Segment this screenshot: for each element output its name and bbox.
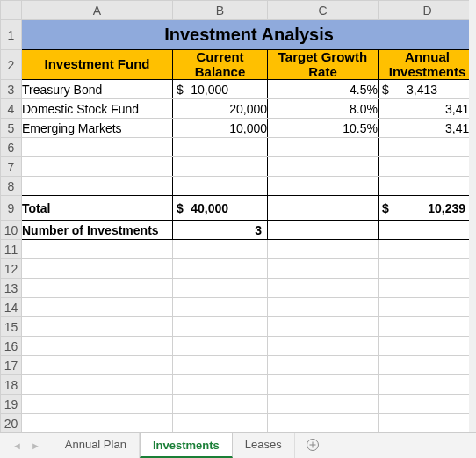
cell-empty[interactable]	[22, 375, 173, 395]
cell-total-label[interactable]: Total	[22, 196, 173, 221]
col-header-a[interactable]: A	[22, 1, 173, 20]
tab-investments[interactable]: Investments	[140, 433, 233, 458]
cell-empty[interactable]	[173, 298, 268, 317]
cell-empty[interactable]	[22, 298, 173, 317]
row-header-14[interactable]: 14	[1, 298, 22, 317]
cell-empty[interactable]	[379, 317, 477, 337]
cell-empty[interactable]	[268, 157, 379, 177]
row-header-19[interactable]: 19	[1, 395, 22, 414]
col-header-b[interactable]: B	[173, 1, 268, 20]
cell-empty[interactable]	[268, 177, 379, 196]
add-sheet-button[interactable]	[295, 433, 330, 458]
cell-empty[interactable]	[173, 259, 268, 279]
row-header-3[interactable]: 3	[1, 80, 22, 99]
cell-empty[interactable]	[268, 221, 379, 240]
cell-empty[interactable]	[379, 157, 477, 177]
cell-empty[interactable]	[379, 240, 477, 259]
cell-empty[interactable]	[268, 240, 379, 259]
cell-empty[interactable]	[22, 414, 173, 433]
cell-empty[interactable]	[379, 259, 477, 279]
cell-empty[interactable]	[268, 395, 379, 414]
cell-empty[interactable]	[379, 337, 477, 356]
cell-empty[interactable]	[22, 356, 173, 375]
cell-empty[interactable]	[173, 240, 268, 259]
row-header-13[interactable]: 13	[1, 279, 22, 298]
cell-empty[interactable]	[379, 279, 477, 298]
cell-empty[interactable]	[22, 395, 173, 414]
cell-empty[interactable]	[379, 177, 477, 196]
cell-empty[interactable]	[173, 157, 268, 177]
cell-empty[interactable]	[173, 356, 268, 375]
cell-balance[interactable]: 20,000	[173, 99, 268, 119]
cell-empty[interactable]	[22, 157, 173, 177]
cell-numinv-label[interactable]: Number of Investments	[22, 221, 173, 240]
cell-empty[interactable]	[22, 177, 173, 196]
row-header-20[interactable]: 20	[1, 414, 22, 433]
cell-empty[interactable]	[268, 138, 379, 157]
tab-leases[interactable]: Leases	[233, 433, 295, 458]
cell-empty[interactable]	[173, 317, 268, 337]
tab-prev-icon[interactable]: ◄	[12, 440, 22, 451]
cell-empty[interactable]	[268, 375, 379, 395]
cell-annual[interactable]: $3,413	[379, 80, 477, 99]
tab-annual-plan[interactable]: Annual Plan	[53, 433, 140, 458]
cell-empty[interactable]	[379, 221, 477, 240]
cell-empty[interactable]	[379, 138, 477, 157]
cell-empty[interactable]	[268, 317, 379, 337]
row-header-4[interactable]: 4	[1, 99, 22, 119]
cell-empty[interactable]	[22, 138, 173, 157]
cell-empty[interactable]	[268, 196, 379, 221]
col-header-d[interactable]: D	[379, 1, 477, 20]
cell-annual[interactable]: 3,413	[379, 119, 477, 138]
row-header-17[interactable]: 17	[1, 356, 22, 375]
row-header-5[interactable]: 5	[1, 119, 22, 138]
cell-fund[interactable]: Domestic Stock Fund	[22, 99, 173, 119]
header-annual[interactable]: Annual Investments	[379, 50, 477, 80]
row-header-8[interactable]: 8	[1, 177, 22, 196]
cell-empty[interactable]	[173, 177, 268, 196]
cell-empty[interactable]	[379, 414, 477, 433]
cell-fund[interactable]: Emerging Markets	[22, 119, 173, 138]
cell-empty[interactable]	[379, 375, 477, 395]
row-header-2[interactable]: 2	[1, 50, 22, 80]
row-header-11[interactable]: 11	[1, 240, 22, 259]
title-cell[interactable]: Investment Analysis	[22, 20, 477, 50]
cell-empty[interactable]	[268, 356, 379, 375]
cell-empty[interactable]	[379, 298, 477, 317]
header-rate[interactable]: Target Growth Rate	[268, 50, 379, 80]
row-header-16[interactable]: 16	[1, 337, 22, 356]
cell-empty[interactable]	[268, 414, 379, 433]
cell-empty[interactable]	[173, 414, 268, 433]
cell-empty[interactable]	[22, 279, 173, 298]
cell-total-annual[interactable]: $10,239	[379, 196, 477, 221]
cell-rate[interactable]: 10.5%	[268, 119, 379, 138]
cell-rate[interactable]: 4.5%	[268, 80, 379, 99]
cell-empty[interactable]	[22, 259, 173, 279]
row-header-12[interactable]: 12	[1, 259, 22, 279]
header-balance[interactable]: Current Balance	[173, 50, 268, 80]
cell-balance[interactable]: 10,000	[173, 119, 268, 138]
cell-rate[interactable]: 8.0%	[268, 99, 379, 119]
cell-empty[interactable]	[268, 337, 379, 356]
row-header-18[interactable]: 18	[1, 375, 22, 395]
row-header-15[interactable]: 15	[1, 317, 22, 337]
cell-empty[interactable]	[22, 317, 173, 337]
cell-empty[interactable]	[173, 395, 268, 414]
cell-empty[interactable]	[22, 337, 173, 356]
cell-empty[interactable]	[173, 337, 268, 356]
cell-empty[interactable]	[173, 138, 268, 157]
cell-fund[interactable]: Treasury Bond	[22, 80, 173, 99]
row-header-9[interactable]: 9	[1, 196, 22, 221]
row-header-6[interactable]: 6	[1, 138, 22, 157]
cell-empty[interactable]	[268, 259, 379, 279]
cell-empty[interactable]	[268, 298, 379, 317]
cell-empty[interactable]	[22, 240, 173, 259]
vertical-scrollbar[interactable]	[469, 0, 476, 432]
cell-empty[interactable]	[268, 279, 379, 298]
select-all-corner[interactable]	[1, 1, 22, 20]
cell-numinv-value[interactable]: 3	[173, 221, 268, 240]
cell-annual[interactable]: 3,413	[379, 99, 477, 119]
cell-empty[interactable]	[173, 279, 268, 298]
tab-next-icon[interactable]: ►	[31, 440, 40, 451]
row-header-10[interactable]: 10	[1, 221, 22, 240]
